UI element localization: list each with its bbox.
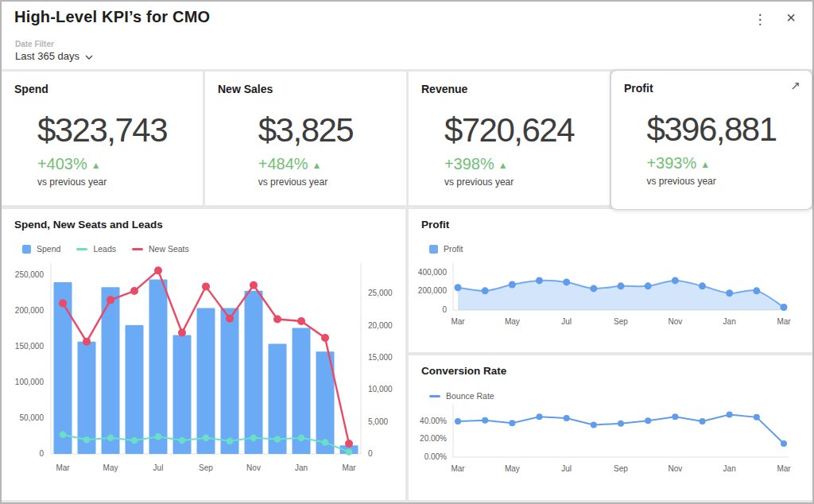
kpi-change-percent: +398%	[444, 155, 494, 173]
up-triangle-icon: ▲	[91, 158, 101, 171]
svg-text:0.00%: 0.00%	[424, 452, 447, 461]
svg-text:Jul: Jul	[561, 464, 572, 473]
svg-text:Sep: Sep	[614, 464, 628, 473]
date-filter-label: Date Filter	[15, 40, 54, 48]
svg-text:Nov: Nov	[668, 464, 682, 473]
combo-chart: 050,000100,000150,000200,000250,00005,00…	[3, 255, 397, 495]
svg-text:Nov: Nov	[668, 317, 682, 326]
legend-label: Leads	[93, 244, 116, 254]
svg-text:0: 0	[368, 449, 373, 458]
dashboard-window: High-Level KPI’s for CMO ⋮ × Date Filter…	[0, 0, 814, 504]
legend-swatch-icon	[429, 245, 438, 254]
kpi-change: +398% ▲	[444, 155, 574, 173]
legend-swatch-icon	[22, 245, 31, 254]
svg-text:Jul: Jul	[561, 317, 572, 326]
svg-text:Mar: Mar	[777, 317, 791, 326]
svg-text:Jan: Jan	[723, 464, 736, 473]
kpi-change: +403% ▲	[37, 155, 167, 173]
legend-label: Bounce Rate	[446, 391, 494, 401]
svg-text:150,000: 150,000	[15, 342, 45, 351]
svg-text:20.00%: 20.00%	[420, 434, 447, 443]
combo-chart-card: Spend, New Seats and Leads Spend Leads N…	[2, 209, 405, 500]
svg-text:Jan: Jan	[295, 463, 308, 472]
kpi-title: New Sales	[218, 83, 273, 95]
kpi-card-spend[interactable]: Spend $323,743 +403% ▲ vs previous year	[2, 72, 203, 205]
chart-title: Spend, New Seats and Leads	[14, 219, 163, 231]
kebab-menu-icon[interactable]: ⋮	[752, 11, 768, 28]
legend-item-bounce-rate[interactable]: Bounce Rate	[429, 391, 494, 401]
svg-text:400,000: 400,000	[418, 268, 448, 277]
kpi-card-revenue[interactable]: Revenue $720,624 +398% ▲ vs previous yea…	[409, 72, 610, 205]
page-title: High-Level KPI’s for CMO	[14, 8, 210, 26]
kpi-body: $720,624 +398% ▲ vs previous year	[444, 111, 574, 188]
chart-title: Conversion Rate	[421, 365, 506, 377]
kpi-caption: vs previous year	[258, 176, 353, 188]
svg-text:5,000: 5,000	[368, 417, 388, 426]
legend-item-new-seats[interactable]: New Seats	[132, 244, 189, 254]
svg-text:Mar: Mar	[342, 463, 356, 472]
kpi-title: Profit	[624, 82, 653, 95]
svg-text:May: May	[505, 317, 520, 326]
svg-text:100,000: 100,000	[15, 378, 45, 386]
up-triangle-icon: ▲	[700, 157, 710, 170]
svg-text:Mar: Mar	[451, 464, 465, 473]
close-icon[interactable]: ×	[782, 9, 800, 27]
legend-label: Spend	[37, 244, 60, 254]
legend-label: Profit	[444, 244, 463, 254]
up-triangle-icon: ▲	[498, 158, 508, 171]
kpi-value: $323,743	[37, 111, 167, 149]
legend-item-profit[interactable]: Profit	[429, 244, 463, 254]
kpi-title: Revenue	[421, 83, 467, 95]
chart-legend: Bounce Rate	[429, 391, 494, 401]
kpi-caption: vs previous year	[37, 176, 167, 188]
kpi-value: $396,881	[646, 110, 776, 149]
legend-label: New Seats	[149, 244, 189, 254]
svg-text:Mar: Mar	[777, 464, 791, 473]
svg-text:Sep: Sep	[199, 463, 213, 472]
kpi-body: $3,825 +484% ▲ vs previous year	[258, 111, 353, 188]
maximize-arrow-icon[interactable]: ↗	[790, 79, 800, 93]
kpi-card-new-sales[interactable]: New Sales $3,825 +484% ▲ vs previous yea…	[205, 72, 406, 205]
chart-legend: Spend Leads New Seats	[22, 244, 189, 254]
svg-text:Mar: Mar	[451, 317, 465, 326]
kpi-value: $3,825	[258, 111, 353, 149]
svg-text:Nov: Nov	[246, 463, 261, 472]
kpi-body: $396,881 +393% ▲ vs previous year	[646, 110, 776, 187]
chart-legend: Profit	[429, 244, 463, 254]
svg-text:50,000: 50,000	[19, 413, 44, 422]
up-triangle-icon: ▲	[312, 158, 322, 171]
kpi-value: $720,624	[444, 111, 574, 149]
legend-item-spend[interactable]: Spend	[22, 244, 60, 254]
svg-text:May: May	[103, 463, 118, 472]
date-filter-dropdown[interactable]: Last 365 days	[15, 50, 93, 62]
legend-line-icon	[132, 248, 143, 250]
kpi-card-profit[interactable]: Profit ↗ $396,881 +393% ▲ vs previous ye…	[610, 70, 812, 210]
header: High-Level KPI’s for CMO ⋮ × Date Filter…	[2, 2, 812, 69]
svg-text:May: May	[505, 464, 520, 473]
svg-text:Sep: Sep	[614, 317, 628, 326]
kpi-caption: vs previous year	[444, 176, 574, 188]
conversion-rate-chart-card: Conversion Rate Bounce Rate 0.00%20.00%4…	[409, 355, 812, 500]
svg-text:40.00%: 40.00%	[420, 417, 447, 425]
kpi-caption: vs previous year	[646, 176, 776, 187]
bounce-rate-line-chart: 0.00%20.00%40.00%MarMayJulSepNovJanMar	[412, 401, 806, 502]
kpi-title: Spend	[14, 83, 48, 95]
svg-text:20,000: 20,000	[368, 321, 393, 330]
kpi-change-percent: +403%	[37, 155, 87, 173]
svg-text:Mar: Mar	[56, 463, 70, 472]
svg-text:Jul: Jul	[153, 463, 164, 472]
profit-chart-card: Profit Profit 0200,000400,000MarMayJulSe…	[409, 209, 812, 352]
date-filter-value: Last 365 days	[15, 50, 79, 62]
legend-line-icon	[429, 395, 440, 397]
legend-item-leads[interactable]: Leads	[76, 244, 116, 254]
svg-text:200,000: 200,000	[15, 306, 45, 315]
kpi-change-percent: +393%	[646, 154, 696, 173]
kpi-change: +484% ▲	[258, 155, 353, 173]
svg-text:Jan: Jan	[723, 317, 736, 326]
legend-line-icon	[76, 248, 87, 250]
chart-title: Profit	[421, 219, 449, 231]
kpi-change-percent: +484%	[258, 155, 308, 173]
chevron-down-icon	[85, 55, 93, 60]
svg-text:0: 0	[442, 305, 447, 314]
svg-text:0: 0	[39, 449, 44, 458]
